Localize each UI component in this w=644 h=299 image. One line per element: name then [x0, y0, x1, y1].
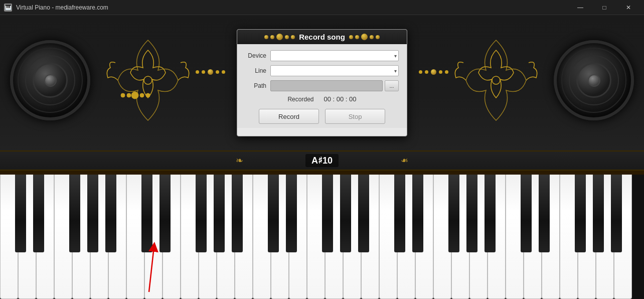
black-key-8[interactable]	[214, 175, 225, 252]
device-input[interactable]: ▾	[270, 50, 399, 61]
path-field-group: ...	[270, 80, 399, 91]
keys-container: 安示察 anzs.com	[0, 171, 644, 299]
speaker-outer-left	[10, 40, 90, 120]
title-dot4	[285, 35, 289, 39]
title-dot2	[270, 35, 274, 39]
svg-line-7	[149, 247, 154, 292]
black-key-24[interactable]	[611, 175, 622, 252]
black-key-10[interactable]	[268, 175, 279, 252]
line-dropdown-arrow: ▾	[394, 68, 397, 74]
black-key-20[interactable]	[521, 175, 532, 252]
recorded-row: Recorded 00 : 00 : 00	[245, 95, 399, 103]
browse-button[interactable]: ...	[385, 80, 399, 91]
title-dot7	[355, 35, 359, 39]
svg-point-2	[127, 93, 131, 97]
black-key-11[interactable]	[286, 175, 297, 252]
piano-bottom: ❧ A♯10 ❧ 安示察 anzs.com	[0, 151, 644, 299]
title-dots-right	[349, 34, 380, 40]
maximize-button[interactable]: □	[593, 0, 616, 15]
left-speaker	[5, 25, 95, 135]
black-key-2[interactable]	[69, 175, 80, 252]
black-key-3[interactable]	[87, 175, 98, 252]
recorded-time: 00 : 00 : 00	[324, 95, 356, 103]
dialog-title-bar: Record song	[237, 30, 407, 44]
black-key-23[interactable]	[593, 175, 604, 252]
black-key-22[interactable]	[575, 175, 586, 252]
black-key-17[interactable]	[448, 175, 459, 252]
titlebar: 🎹 Virtual Piano - mediafreeware.com — □ …	[0, 0, 644, 15]
titlebar-controls: — □ ✕	[569, 0, 640, 15]
svg-point-5	[146, 93, 150, 97]
speaker-ring1-left	[25, 55, 75, 105]
svg-point-3	[131, 92, 138, 99]
record-dialog: Record song Device ▾	[237, 29, 407, 136]
recorded-label: Recorded	[287, 96, 313, 103]
dialog-body: Device ▾ Line ▾ Path .	[237, 44, 407, 128]
black-key-19[interactable]	[485, 175, 496, 252]
close-button[interactable]: ✕	[617, 0, 640, 15]
path-input[interactable]	[270, 80, 383, 91]
black-key-7[interactable]	[196, 175, 207, 252]
octave-bar: ❧ A♯10 ❧	[0, 151, 644, 171]
title-dot8	[361, 34, 368, 40]
app-icon: 🎹	[4, 4, 12, 12]
octave-ornament-right: ❧	[401, 155, 408, 166]
red-arrow	[136, 237, 162, 299]
title-dot9	[370, 35, 374, 39]
dialog-title: Record song	[264, 33, 380, 41]
stop-button[interactable]: Stop	[325, 109, 385, 124]
piano-app: Record song Device ▾	[0, 15, 644, 299]
black-key-4[interactable]	[105, 175, 116, 252]
svg-point-4	[140, 93, 144, 97]
line-row: Line ▾	[245, 65, 399, 76]
right-ornament	[446, 30, 546, 132]
line-label: Line	[245, 67, 270, 74]
octave-ornament-left: ❧	[236, 155, 243, 166]
dialog-buttons: Record Stop	[245, 107, 399, 124]
black-key-12[interactable]	[322, 175, 333, 252]
black-key-0[interactable]	[15, 175, 26, 252]
svg-point-1	[121, 93, 125, 97]
title-dot10	[376, 35, 380, 39]
path-row: Path ...	[245, 80, 399, 91]
title-dot5	[291, 35, 295, 39]
black-key-1[interactable]	[33, 175, 44, 252]
black-key-13[interactable]	[340, 175, 351, 252]
svg-point-6	[492, 76, 500, 84]
dialog-title-text: Record song	[299, 33, 345, 41]
black-key-16[interactable]	[412, 175, 423, 252]
record-button[interactable]: Record	[259, 109, 319, 124]
title-dot1	[264, 35, 268, 39]
black-key-14[interactable]	[358, 175, 369, 252]
black-key-21[interactable]	[539, 175, 550, 252]
black-key-18[interactable]	[466, 175, 477, 252]
device-label: Device	[245, 52, 270, 59]
dots-right	[419, 69, 448, 75]
svg-point-0	[144, 76, 152, 84]
path-label: Path	[245, 82, 270, 89]
device-dropdown-arrow: ▾	[394, 53, 397, 59]
minimize-button[interactable]: —	[569, 0, 592, 15]
title-dot6	[349, 35, 353, 39]
top-area: Record song Device ▾	[0, 15, 644, 151]
left-ornament	[98, 30, 198, 132]
device-row: Device ▾	[245, 50, 399, 61]
right-speaker	[549, 25, 639, 135]
octave-label: A♯10	[305, 154, 339, 167]
speaker-outer-right	[554, 40, 634, 120]
app-title: Virtual Piano - mediafreeware.com	[16, 4, 108, 11]
title-dots-left	[264, 34, 295, 40]
titlebar-left: 🎹 Virtual Piano - mediafreeware.com	[4, 4, 108, 12]
speaker-ring1-right	[569, 55, 619, 105]
black-key-15[interactable]	[394, 175, 405, 252]
black-key-9[interactable]	[232, 175, 243, 252]
line-input[interactable]: ▾	[270, 65, 399, 76]
title-dot3	[276, 34, 283, 40]
dots-left	[196, 69, 225, 75]
